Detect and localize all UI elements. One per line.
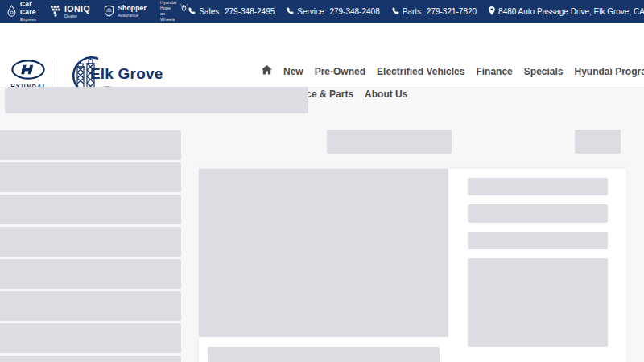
top-utility-bar: Car Care Express IONIQ Dealer [0,0,644,23]
skeleton-sort-dropdown [327,130,452,154]
skeleton-filter-row [0,259,181,289]
contact-phone: 279-348-2408 [329,7,379,16]
sales-phone-link[interactable]: Sales279-348-2495 [188,7,275,16]
phone-icon [287,7,294,16]
skeleton-filter-row [0,162,181,192]
badge-title: IONIQ [64,4,90,14]
badge-shopper-assurance: Shopper Assurance [104,5,147,19]
nav-row-2: Service & Parts About Us [262,88,644,100]
nav-hyundai-programs[interactable]: Hyundai Programs [575,66,644,77]
hyundai-logo[interactable]: HYUNDAI [10,60,47,89]
skeleton-footer-line [208,347,440,362]
home-icon [262,65,272,77]
location-pin-icon [489,6,495,17]
badge-subtitle: Assurance [118,13,147,18]
badge-ioniq-dealer: IONIQ Dealer [50,4,90,19]
skeleton-breadcrumb-banner [5,87,308,113]
brand-badges: Car Care Express IONIQ Dealer [0,0,188,23]
phone-icon [392,7,399,16]
pixel-grid-icon [50,5,61,19]
badge-line2: Hope on Wheels [160,6,176,23]
skeleton-vehicle-image [199,169,448,337]
contact-label: Parts [402,7,423,16]
nav-finance[interactable]: Finance [476,66,512,77]
badge-car-care-express: Car Care Express [6,1,36,22]
shield-icon [104,5,114,19]
contact-label: Service [297,7,326,16]
contact-phone: 279-321-7820 [427,7,477,16]
nav-pre-owned[interactable]: Pre-Owned [315,66,365,77]
contact-phone: 279-348-2495 [225,7,275,16]
badge-title: Shopper [118,5,147,13]
badge-subtitle: Express [20,17,36,22]
skeleton-filter-row [0,356,181,362]
skeleton-filter-row [0,195,181,224]
skeleton-view-toggle [575,130,621,154]
skeleton-filter-row [0,227,181,257]
service-phone-link[interactable]: Service279-348-2408 [287,7,379,16]
skeleton-filter-row [0,130,181,160]
address-text: 8480 Auto Passage Drive, Elk Grove, CA 9… [498,7,644,16]
site-header: HYUNDAI [0,23,644,88]
main-nav: New Pre-Owned Electrified Vehicles Finan… [262,65,644,100]
nav-row-1: New Pre-Owned Electrified Vehicles Finan… [262,65,644,77]
nav-new[interactable]: New [283,66,303,77]
skeleton-filter-row [0,291,181,321]
nav-specials[interactable]: Specials [524,66,564,77]
badge-title: Car Care [20,1,36,17]
contact-links: Sales279-348-2495 Service279-348-2408 Pa… [188,6,644,17]
skeleton-text-line [468,232,608,249]
badge-hope-on-wheels: Hyundai Hope on Wheels [160,0,188,23]
nav-electrified-vehicles[interactable]: Electrified Vehicles [377,66,464,77]
hand-icon [180,3,188,14]
skeleton-text-line [468,178,608,195]
contact-label: Sales [199,7,221,16]
nav-about-us[interactable]: About Us [365,88,407,100]
hyundai-mark-icon [10,60,46,83]
skeleton-detail-block [468,258,608,347]
dealer-name: Elk Grove [90,65,163,83]
droplet-icon [6,5,17,19]
phone-icon [188,7,196,16]
parts-phone-link[interactable]: Parts279-321-7820 [392,7,477,16]
badge-line1: Hyundai [160,0,176,6]
skeleton-filter-row [0,323,181,353]
badge-subtitle: Dealer [64,14,90,19]
address-link[interactable]: 8480 Auto Passage Drive, Elk Grove, CA 9… [489,6,644,17]
skeleton-text-line [468,204,608,223]
nav-home[interactable] [262,65,272,77]
